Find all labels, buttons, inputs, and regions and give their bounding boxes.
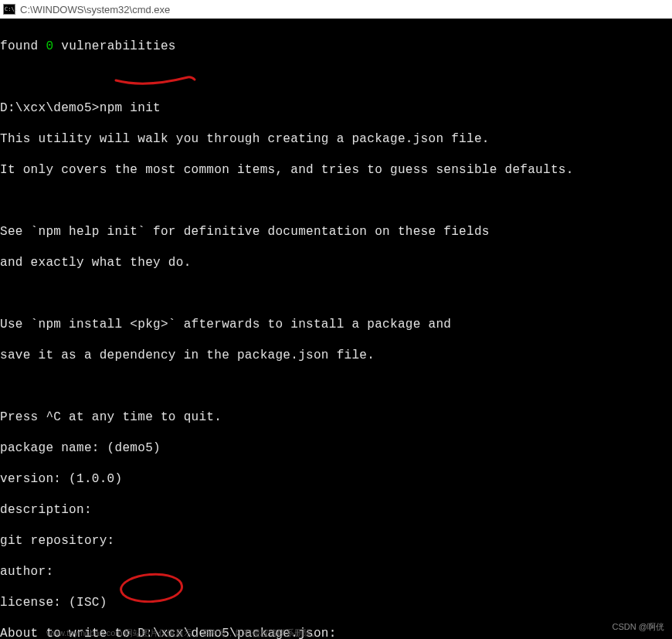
prompt-version: version: (1.0.0) xyxy=(0,471,672,487)
terminal-output[interactable]: found 0 vulnerabilities D:\xcx\demo5>npm… xyxy=(0,19,672,639)
window-title: C:\WINDOWS\system32\cmd.exe xyxy=(20,4,170,15)
output-line: This utility will walk you through creat… xyxy=(0,131,672,147)
prompt-line: D:\xcx\demo5>npm init xyxy=(0,100,672,116)
prompt-git-repository: git repository: xyxy=(0,533,672,549)
output-line: See `npm help init` for definitive docum… xyxy=(0,224,672,240)
window-titlebar: C:\. C:\WINDOWS\system32\cmd.exe xyxy=(0,0,672,19)
output-line: Use `npm install <pkg>` afterwards to in… xyxy=(0,317,672,332)
output-line: save it as a dependency in the package.j… xyxy=(0,348,672,363)
cmd-icon: C:\. xyxy=(3,4,15,15)
prompt-package-name: package name: (demo5) xyxy=(0,440,672,456)
output-line: and exactly what they do. xyxy=(0,255,672,270)
output-line: It only covers the most common items, an… xyxy=(0,162,672,178)
vuln-count: 0 xyxy=(46,39,53,53)
output-line: Press ^C at any time to quit. xyxy=(0,410,672,425)
prompt-license: license: (ISC) xyxy=(0,595,672,610)
watermark-text: CSDN @啊侊 xyxy=(613,621,664,633)
footer-disclaimer: www.toymoban.com 网站图片仅供展示，非许可，如有侵权请联系删除。 xyxy=(46,627,320,639)
prompt-description: description: xyxy=(0,502,672,518)
prompt-author: author: xyxy=(0,564,672,580)
output-line: found 0 vulnerabilities xyxy=(0,39,672,54)
npm-init-command: npm init xyxy=(100,101,161,115)
